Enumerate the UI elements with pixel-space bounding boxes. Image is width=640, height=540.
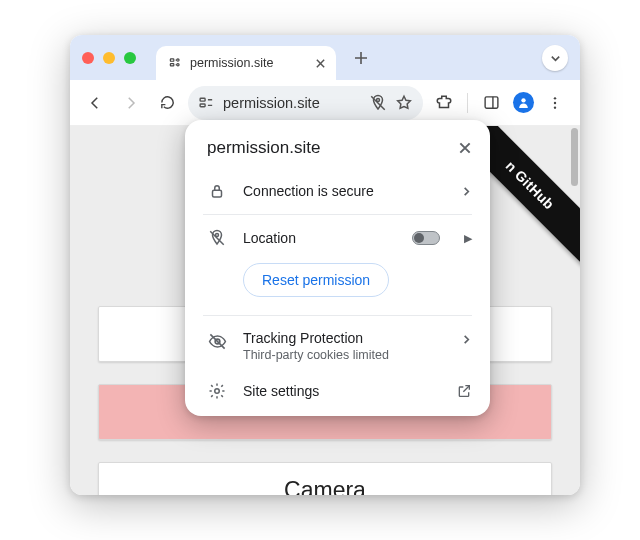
- site-settings-row[interactable]: Site settings: [185, 372, 490, 410]
- tracking-protection-label: Tracking Protection Third-party cookies …: [243, 330, 445, 362]
- toolbar-right: [429, 88, 570, 118]
- sidepanel-icon[interactable]: [476, 88, 506, 118]
- location-blocked-icon[interactable]: [369, 94, 387, 112]
- location-label: Location: [243, 230, 396, 246]
- svg-point-9: [554, 97, 556, 99]
- window-close-button[interactable]: [82, 52, 94, 64]
- kebab-menu-icon[interactable]: [540, 88, 570, 118]
- profile-avatar[interactable]: [508, 88, 538, 118]
- tabs-dropdown-button[interactable]: [542, 45, 568, 71]
- new-tab-button[interactable]: [346, 47, 376, 69]
- popover-title: permission.site: [207, 138, 458, 158]
- connection-secure-row[interactable]: Connection is secure: [185, 172, 490, 210]
- caret-right-icon[interactable]: ▶: [464, 232, 472, 245]
- popover-header: permission.site: [185, 120, 490, 172]
- svg-rect-0: [170, 59, 174, 61]
- address-bar[interactable]: permission.site: [188, 86, 423, 120]
- location-off-icon: [207, 229, 227, 247]
- forward-button[interactable]: [116, 88, 146, 118]
- open-external-icon: [456, 383, 472, 399]
- window-minimize-button[interactable]: [103, 52, 115, 64]
- reset-permission-button[interactable]: Reset permission: [243, 263, 389, 297]
- tab-close-icon[interactable]: [315, 58, 326, 69]
- address-text: permission.site: [223, 95, 361, 111]
- page-button-label: Camera: [284, 477, 366, 496]
- lock-icon: [207, 182, 227, 200]
- chevron-right-icon: [461, 186, 472, 197]
- svg-point-3: [177, 64, 179, 66]
- site-info-popover: permission.site Connection is secure Loc…: [185, 120, 490, 416]
- svg-rect-12: [213, 190, 222, 197]
- window-controls: [82, 52, 156, 64]
- chevron-right-icon: [461, 334, 472, 345]
- vertical-scrollbar[interactable]: [571, 128, 578, 186]
- svg-rect-7: [485, 97, 498, 108]
- svg-point-15: [215, 389, 220, 394]
- svg-rect-5: [200, 104, 205, 107]
- svg-point-11: [554, 106, 556, 108]
- svg-point-10: [554, 101, 556, 103]
- svg-point-8: [521, 98, 525, 102]
- extensions-icon[interactable]: [429, 88, 459, 118]
- location-toggle[interactable]: [412, 231, 440, 245]
- back-button[interactable]: [80, 88, 110, 118]
- site-info-icon[interactable]: [198, 94, 215, 111]
- divider: [203, 214, 472, 215]
- svg-rect-4: [200, 98, 205, 101]
- window-zoom-button[interactable]: [124, 52, 136, 64]
- ribbon-label: n GitHub: [503, 158, 558, 213]
- browser-tab[interactable]: permission.site: [156, 46, 336, 80]
- tracking-protection-row[interactable]: Tracking Protection Third-party cookies …: [185, 320, 490, 372]
- toolbar-divider: [467, 93, 468, 113]
- connection-secure-label: Connection is secure: [243, 183, 445, 199]
- location-permission-row: Location ▶: [185, 219, 490, 257]
- svg-point-2: [177, 59, 179, 61]
- page-button-camera[interactable]: Camera: [98, 462, 552, 495]
- tab-title: permission.site: [190, 56, 273, 70]
- svg-rect-1: [170, 64, 174, 66]
- bookmark-star-icon[interactable]: [395, 94, 413, 112]
- site-settings-label: Site settings: [243, 383, 440, 399]
- divider: [203, 315, 472, 316]
- reload-button[interactable]: [152, 88, 182, 118]
- reset-permission-row: Reset permission: [185, 257, 490, 311]
- tab-strip: permission.site: [70, 35, 580, 80]
- tab-favicon-icon: [168, 56, 182, 70]
- close-icon[interactable]: [458, 141, 472, 155]
- tracking-protection-sub: Third-party cookies limited: [243, 348, 445, 362]
- gear-icon: [207, 382, 227, 400]
- eye-off-icon: [207, 332, 227, 351]
